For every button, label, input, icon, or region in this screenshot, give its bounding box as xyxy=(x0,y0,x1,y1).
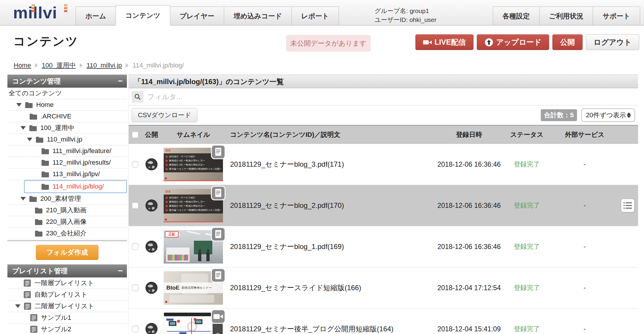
select-all-checkbox[interactable] xyxy=(132,131,138,138)
globe-public-icon[interactable] xyxy=(145,282,158,294)
folder-icon xyxy=(41,184,49,190)
expand-arrow-icon[interactable] xyxy=(20,197,26,200)
tree-item-label: サンプル2 xyxy=(41,325,71,334)
sidebar-folder-item[interactable]: 220_購入画像 xyxy=(7,216,127,228)
sidebar-folder-item[interactable]: 110_millvi.jp xyxy=(7,134,127,145)
folder-icon xyxy=(29,125,37,131)
table-row[interactable]: 目次会社紹介・サービス紹介事例紹介 4社 〜動画の増やし方〜事例紹介 2社 〜動… xyxy=(129,144,638,185)
breadcrumb-item[interactable]: 100_運用中 xyxy=(42,61,76,70)
content-name[interactable]: 20181129_セミナースライド短縮版(166) xyxy=(225,283,436,293)
sidebar-folder-item[interactable]: 100_運用中 xyxy=(7,122,127,134)
csv-download-button[interactable]: CSVダウンロード xyxy=(132,108,197,122)
publish-button[interactable]: 公開 xyxy=(552,34,583,50)
content-rows: 目次会社紹介・サービス紹介事例紹介 4社 〜動画の増やし方〜事例紹介 2社 〜動… xyxy=(129,144,638,334)
top-nav-tab[interactable]: 埋め込みコード xyxy=(224,7,292,25)
content-name[interactable]: 20181129_セミナー後半_ブログ公開用短縮版(164) xyxy=(225,324,436,334)
sidebar-playlist-item[interactable]: 自動プレイリスト xyxy=(7,289,127,301)
top-nav-tab[interactable]: 各種設定 xyxy=(493,7,540,25)
folder-icon xyxy=(29,113,37,120)
sidebar-folder-item[interactable]: 200_素材管理 xyxy=(7,193,127,205)
collapse-panel-icon[interactable]: − xyxy=(118,75,123,88)
breadcrumb-separator-icon xyxy=(35,63,38,68)
top-nav-tab[interactable]: コンテンツ xyxy=(116,5,170,25)
collapse-panel-icon[interactable]: − xyxy=(118,264,123,277)
table-row[interactable]: 正面20181129_セミナーblog_1.pdf(169)2018-12-06… xyxy=(129,226,638,267)
expand-arrow-icon[interactable] xyxy=(20,126,26,130)
thumbnail[interactable]: 目次会社紹介・サービス紹介事例紹介 4社 〜動画の増やし方〜事例紹介 2社 〜動… xyxy=(164,148,223,181)
sidebar-folder-item[interactable]: 111_millvi.jp/feature/ xyxy=(7,145,127,157)
content-name[interactable]: 20181129_セミナーblog_2.pdf(170) xyxy=(225,201,436,210)
table-row[interactable]: 目次会社紹介・サービス紹介事例紹介 4社 〜動画の増やし方〜事例紹介 2社 〜動… xyxy=(129,185,638,226)
tree-item-label: .ARCHIVE xyxy=(41,113,71,120)
playlist-icon xyxy=(24,302,31,310)
expand-arrow-icon[interactable] xyxy=(16,103,22,107)
folder-icon xyxy=(41,160,49,166)
tree-item-label: Home xyxy=(36,101,54,109)
row-checkbox[interactable] xyxy=(132,243,138,250)
sidebar-playlist-item[interactable]: 二階層プレイリスト xyxy=(7,301,127,312)
status-label: 登録完了 xyxy=(502,325,552,333)
upload-button[interactable]: アップロード xyxy=(477,34,549,50)
row-checkbox[interactable] xyxy=(132,285,138,291)
sidebar-folder-item[interactable]: 113_millvi.jp/lpv/ xyxy=(7,168,127,180)
sidebar-playlist-item[interactable]: サンプル2 xyxy=(7,324,127,334)
row-checkbox[interactable] xyxy=(132,161,138,168)
sidebar-folder-item[interactable]: .ARCHIVE xyxy=(7,111,127,122)
tree-item-label: 110_millvi.jp xyxy=(47,136,82,143)
status-label: 登録完了 xyxy=(502,201,552,210)
breadcrumb-separator-icon xyxy=(126,63,129,68)
create-folder-button[interactable]: フォルダ作成 xyxy=(36,245,98,260)
millvi-logo[interactable]: millvi xyxy=(13,3,57,23)
thumbnail[interactable]: 正面 xyxy=(164,230,223,264)
sidebar-folder-item[interactable]: Home xyxy=(7,99,127,111)
top-nav-tab[interactable]: ご利用状況 xyxy=(539,7,593,25)
sidebar-playlist-item[interactable]: サンプル1 xyxy=(7,312,127,324)
live-broadcast-button[interactable]: LIVE配信 xyxy=(415,34,474,50)
folder-icon xyxy=(35,219,43,225)
unpublished-data-alert: 未公開データがあります xyxy=(286,35,371,52)
folder-icon xyxy=(25,102,33,108)
column-header-thumbnail: サムネイル xyxy=(161,130,225,139)
row-checkbox[interactable] xyxy=(132,326,138,332)
row-action-menu-button[interactable] xyxy=(621,199,635,212)
sidebar-playlist-item[interactable]: 一階層プレイリスト xyxy=(7,277,127,289)
settings-tab-strip: 各種設定ご利用状況サポート xyxy=(493,7,640,25)
millvi-content-management-screen: millvi ホームコンテンツプレイヤー埋め込みコードレポート グループ名: g… xyxy=(0,0,644,334)
thumbnail[interactable] xyxy=(164,312,223,334)
folder-tree: Home.ARCHIVE100_運用中110_millvi.jp111_mill… xyxy=(7,99,127,239)
sidebar-folder-item[interactable]: 210_購入動画 xyxy=(7,205,127,216)
globe-public-icon[interactable] xyxy=(145,158,158,171)
table-row[interactable]: BtoE動画活用事例セミナー20181129_セミナースライド短縮版(166)2… xyxy=(129,267,638,309)
globe-public-icon[interactable] xyxy=(145,199,158,212)
per-page-select[interactable]: 20件ずつ表示 xyxy=(581,108,635,122)
breadcrumb-item[interactable]: 110_millvi.jp xyxy=(87,62,122,69)
tree-item-label: 二階層プレイリスト xyxy=(35,302,94,311)
registered-datetime: 2018-12-06 16:36:46 xyxy=(436,202,502,210)
top-nav-tab[interactable]: サポート xyxy=(593,7,640,25)
expand-arrow-icon[interactable] xyxy=(15,304,20,308)
logout-button[interactable]: ログアウト xyxy=(586,34,639,50)
content-name[interactable]: 20181129_セミナーblog_1.pdf(169) xyxy=(225,242,436,251)
breadcrumb-item[interactable]: Home xyxy=(14,62,31,69)
tree-item-label: 200_素材管理 xyxy=(40,194,81,203)
sidebar-item-all-contents[interactable]: 全てのコンテンツ xyxy=(7,88,127,99)
table-row[interactable]: 20181129_セミナー後半_ブログ公開用短縮版(164)2018-12-04… xyxy=(129,309,638,334)
globe-public-icon[interactable] xyxy=(145,240,158,253)
sidebar-folder-item[interactable]: 114_millvi.jp/blog/ xyxy=(24,180,127,193)
header-action-buttons: LIVE配信 アップロード 公開 ログアウト xyxy=(415,34,639,50)
thumbnail[interactable]: 目次会社紹介・サービス紹介事例紹介 4社 〜動画の増やし方〜事例紹介 2社 〜動… xyxy=(164,189,223,222)
top-nav-tab[interactable]: ホーム xyxy=(76,7,116,25)
content-name[interactable]: 20181129_セミナーblog_3.pdf(171) xyxy=(225,160,436,169)
breadcrumb: Home100_運用中110_millvi.jp114_millvi.jp/bl… xyxy=(14,61,184,70)
row-checkbox[interactable] xyxy=(132,202,138,209)
sidebar-folder-item[interactable]: 230_会社紹介 xyxy=(7,228,127,239)
top-nav-tab[interactable]: プレイヤー xyxy=(170,7,224,25)
tree-item-label: 111_millvi.jp/feature/ xyxy=(52,147,111,155)
thumbnail[interactable]: BtoE動画活用事例セミナー xyxy=(164,271,223,305)
top-nav-tab[interactable]: レポート xyxy=(291,7,339,25)
expand-arrow-icon[interactable] xyxy=(27,138,32,141)
status-label: 登録完了 xyxy=(502,283,552,292)
sidebar-folder-item[interactable]: 112_millvi.jp/results/ xyxy=(7,157,127,168)
filter-input[interactable] xyxy=(147,93,635,101)
globe-public-icon[interactable] xyxy=(145,323,158,334)
